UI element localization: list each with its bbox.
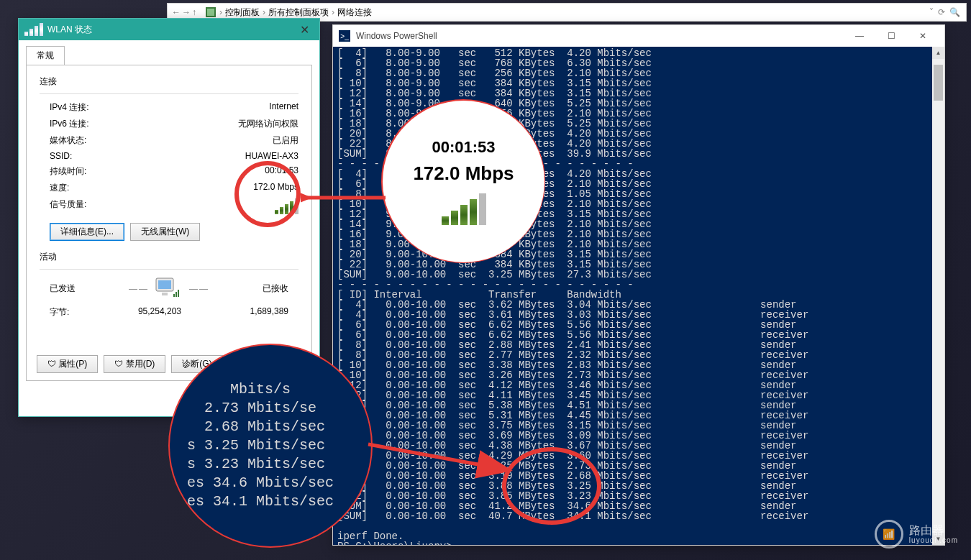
- crumb-sep: ›: [219, 7, 222, 17]
- powershell-titlebar[interactable]: >_ Windows PowerShell — ☐ ✕: [333, 25, 944, 47]
- activity-section-title: 活动: [40, 251, 298, 263]
- wlan-title: WLAN 状态: [47, 24, 296, 36]
- scroll-up-icon[interactable]: ▲: [932, 47, 944, 59]
- duration-label: 持续时间:: [50, 165, 86, 178]
- svg-rect-6: [175, 292, 177, 297]
- crumb-2[interactable]: 网络连接: [337, 6, 372, 19]
- nav-back-icon[interactable]: ←: [172, 7, 181, 17]
- crumb-1[interactable]: 所有控制面板项: [268, 6, 329, 19]
- bytes-label: 字节:: [50, 306, 69, 318]
- powershell-title: Windows PowerShell: [356, 31, 844, 41]
- wireless-props-button[interactable]: 无线属性(W): [130, 223, 200, 241]
- watermark-en: luyouqi .com: [909, 536, 958, 544]
- svg-rect-1: [207, 9, 214, 16]
- ipv4-value: Internet: [269, 101, 298, 114]
- crumb-sep: ›: [263, 7, 265, 17]
- crumb-0[interactable]: 控制面板: [225, 6, 260, 19]
- signal-icon: [24, 23, 43, 36]
- speed-value: 172.0 Mbps: [253, 182, 298, 194]
- nav-up-icon[interactable]: ↑: [192, 7, 196, 17]
- crumb-sep: ›: [332, 7, 334, 17]
- close-button[interactable]: ✕: [907, 25, 939, 47]
- tab-general[interactable]: 常规: [26, 46, 65, 65]
- signal-bars-icon: [275, 198, 298, 214]
- terminal-output[interactable]: [ 4] 8.00-9.00 sec 512 KBytes 4.20 Mbits…: [333, 47, 944, 545]
- duration-value: 00:01:53: [265, 165, 298, 178]
- ipv6-value: 无网络访问权限: [238, 118, 298, 130]
- recv-bytes: 1,689,389: [250, 306, 288, 318]
- sent-bytes: 95,254,203: [69, 306, 250, 318]
- nav-forward-icon[interactable]: →: [182, 7, 191, 17]
- wlan-status-window: WLAN 状态 ✕ 常规 连接 IPv4 连接:Internet IPv6 连接…: [18, 18, 320, 417]
- minimize-button[interactable]: —: [844, 25, 875, 47]
- svg-rect-5: [173, 294, 175, 297]
- control-panel-icon: [205, 6, 216, 18]
- details-button[interactable]: 详细信息(E)...: [50, 223, 124, 241]
- close-icon[interactable]: ✕: [296, 23, 314, 37]
- disable-button[interactable]: 禁用(D): [104, 355, 165, 373]
- svg-rect-4: [162, 293, 168, 295]
- scrollbar-thumb[interactable]: [934, 65, 943, 101]
- diagnose-button[interactable]: 诊断(G): [171, 355, 222, 373]
- scrollbar[interactable]: ▲ ▼: [932, 47, 944, 545]
- ipv6-label: IPv6 连接:: [50, 118, 89, 130]
- ipv4-label: IPv4 连接:: [50, 101, 89, 114]
- svg-rect-7: [178, 290, 179, 297]
- recv-label: 已接收: [263, 283, 288, 295]
- computer-icon: [155, 277, 183, 300]
- speed-label: 速度:: [50, 182, 69, 194]
- media-value: 已启用: [273, 134, 298, 147]
- signal-quality-label: 信号质量:: [50, 198, 86, 214]
- ssid-label: SSID:: [50, 151, 72, 161]
- connection-section-title: 连接: [40, 75, 298, 88]
- watermark: 📶 路由器 luyouqi .com: [875, 520, 958, 548]
- ssid-value: HUAWEI-AX3: [245, 151, 298, 161]
- watermark-logo-icon: 📶: [875, 520, 903, 548]
- powershell-icon: >_: [339, 30, 350, 42]
- sent-label: 已发送: [50, 283, 76, 295]
- dropdown-icon[interactable]: ˅: [929, 7, 934, 17]
- maximize-button[interactable]: ☐: [875, 25, 907, 47]
- search-icon[interactable]: 🔍: [949, 7, 960, 17]
- powershell-window: >_ Windows PowerShell — ☐ ✕ [ 4] 8.00-9.…: [332, 24, 945, 546]
- breadcrumb[interactable]: › 控制面板 › 所有控制面板项 › 网络连接: [201, 6, 924, 19]
- wlan-titlebar[interactable]: WLAN 状态 ✕: [19, 19, 319, 40]
- media-label: 媒体状态:: [50, 134, 86, 147]
- watermark-cn: 路由器: [909, 524, 958, 537]
- svg-rect-3: [158, 280, 171, 289]
- properties-button[interactable]: 属性(P): [37, 355, 98, 373]
- refresh-icon[interactable]: ⟳: [938, 7, 945, 17]
